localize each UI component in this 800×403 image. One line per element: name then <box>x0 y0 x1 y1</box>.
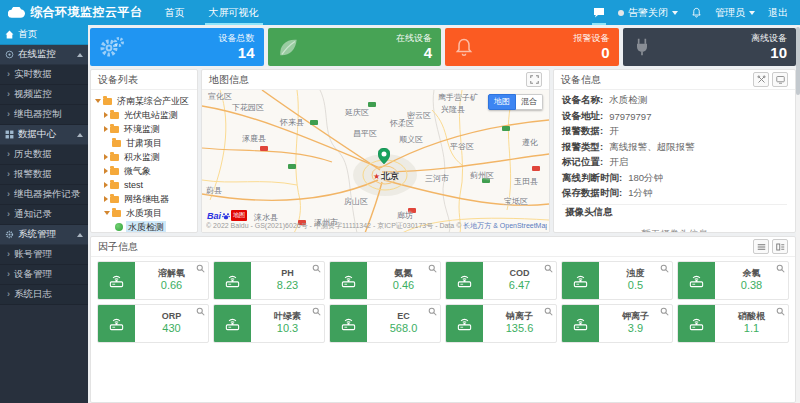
map-marker-pin[interactable] <box>378 148 390 168</box>
magnifier-icon[interactable] <box>196 307 205 316</box>
stat-card-alarm-devices[interactable]: 报警设备 0 <box>445 28 619 66</box>
magnifier-icon[interactable] <box>776 264 785 273</box>
factor-value: 1.1 <box>744 322 759 336</box>
factor-name: 溶解氧 <box>158 268 185 279</box>
user-menu-dropdown[interactable]: 管理员 <box>715 6 755 20</box>
map-header: 地图信息 <box>202 70 549 90</box>
magnifier-icon[interactable] <box>776 307 785 316</box>
sidebar-item-label: 通知记录 <box>14 208 52 221</box>
tree-expand-icon[interactable] <box>104 168 108 174</box>
factor-info-panel: 因子信息 溶解氧 0.66 <box>90 236 796 403</box>
map-canvas[interactable]: 宣化区 下花园区 怀来县 涿鹿县 蔚县 延庆区 昌平区 怀柔区 密云区 顺义区 … <box>202 90 549 232</box>
sidebar-item-notification-records[interactable]: 通知记录 <box>0 205 88 225</box>
magnifier-icon[interactable] <box>428 264 437 273</box>
gear-icon <box>5 230 14 239</box>
factor-card-sodium-ion[interactable]: 钠离子 135.6 <box>445 304 557 343</box>
page-scrollbar[interactable] <box>796 25 800 403</box>
tree-expand-icon[interactable] <box>104 126 108 132</box>
sidebar-item-label: 历史数据 <box>14 148 52 161</box>
factor-card-chlorophyll[interactable]: 叶绿素 10.3 <box>213 304 325 343</box>
message-icon[interactable] <box>593 0 605 25</box>
tree-node-micro-weather[interactable]: 微气象 <box>93 164 195 178</box>
factor-card-ec[interactable]: EC 568.0 <box>329 304 441 343</box>
camera-info-tab[interactable]: 摄像头信息 <box>562 204 787 221</box>
list-view-icon[interactable] <box>753 239 769 254</box>
factor-card-residual-chlorine[interactable]: 余氯 0.38 <box>677 261 789 300</box>
sidebar-item-device-management[interactable]: 设备管理 <box>0 265 88 285</box>
device-monitor-icon[interactable] <box>772 72 788 87</box>
stat-value: 4 <box>396 44 432 61</box>
factor-value: 135.6 <box>506 322 534 336</box>
tree-node-water-quality-project[interactable]: 水质项目 <box>93 206 195 220</box>
tree-node-label: 水质项目 <box>124 207 164 220</box>
tree-node-water-accumulation[interactable]: 积水监测 <box>93 150 195 164</box>
factor-name: 叶绿素 <box>274 311 301 322</box>
factor-card-potassium-ion[interactable]: 钾离子 3.9 <box>561 304 673 343</box>
tree-node-root[interactable]: 济南某综合产业区 <box>93 94 195 108</box>
sidebar-item-alarm-data[interactable]: 报警数据 <box>0 165 88 185</box>
device-config-icon[interactable] <box>753 72 769 87</box>
magnifier-icon[interactable] <box>428 307 437 316</box>
factor-card-turbidity[interactable]: 浊度 0.5 <box>561 261 673 300</box>
magnifier-icon[interactable] <box>544 307 553 316</box>
folder-icon <box>110 196 119 203</box>
magnifier-icon[interactable] <box>196 264 205 273</box>
magnifier-icon[interactable] <box>312 307 321 316</box>
stat-card-online-devices[interactable]: 在线设备 4 <box>268 28 442 66</box>
scrollbar-thumb[interactable] <box>796 27 800 95</box>
nav-tab-home[interactable]: 首页 <box>153 0 197 25</box>
sidebar-item-home[interactable]: 首页 <box>0 25 88 45</box>
sidebar-group-data-center[interactable]: 数据中心 <box>0 125 88 145</box>
tree-expand-icon[interactable] <box>104 112 108 118</box>
factor-card-orp[interactable]: ORP 430 <box>97 304 209 343</box>
factor-grid: 溶解氧 0.66 PH 8.23 氨氮 <box>91 257 795 347</box>
sidebar-item-relay-control[interactable]: 继电器控制 <box>0 105 88 125</box>
sidebar-group-online-monitoring[interactable]: 在线监控 <box>0 45 88 65</box>
tree-node-network-relay[interactable]: 网络继电器 <box>93 192 195 206</box>
sidebar-item-system-log[interactable]: 系统日志 <box>0 285 88 305</box>
map-label: 廊坊 <box>397 210 413 221</box>
factor-card-cod[interactable]: COD 6.47 <box>445 261 557 300</box>
magnifier-icon[interactable] <box>544 264 553 273</box>
factor-card-ammonia-nitrogen[interactable]: 氨氮 0.46 <box>329 261 441 300</box>
alarm-toggle-dropdown[interactable]: 告警关闭 <box>618 6 678 20</box>
tree-node-pv-monitoring[interactable]: 光伏电站监测 <box>93 108 195 122</box>
nav-tab-bigscreen[interactable]: 大屏可视化 <box>197 0 271 25</box>
fullscreen-icon[interactable] <box>526 72 542 87</box>
tree-expand-icon[interactable] <box>104 182 108 188</box>
magnifier-icon[interactable] <box>660 307 669 316</box>
magnifier-icon[interactable] <box>312 264 321 273</box>
map-city-label: 北京 <box>373 170 399 183</box>
sidebar-item-relay-operation-records[interactable]: 继电器操作记录 <box>0 185 88 205</box>
tree-expand-icon[interactable] <box>104 211 110 215</box>
map-type-hybrid-button[interactable]: 混合 <box>516 94 543 110</box>
folder-icon <box>112 210 121 217</box>
factor-value: 0.46 <box>393 279 414 293</box>
sidebar-item-account-management[interactable]: 账号管理 <box>0 245 88 265</box>
factor-card-nitrate[interactable]: 硝酸根 1.1 <box>677 304 789 343</box>
map-type-map-button[interactable]: 地图 <box>488 94 516 110</box>
logout-button[interactable]: 退出 <box>768 6 788 20</box>
sensor-icon <box>446 305 483 342</box>
tree-node-stest[interactable]: stest <box>93 178 195 192</box>
stat-card-total-devices[interactable]: 设备总数 14 <box>90 28 264 66</box>
sidebar-group-system-management[interactable]: 系统管理 <box>0 225 88 245</box>
tree-expand-icon[interactable] <box>95 99 101 103</box>
factor-card-dissolved-oxygen[interactable]: 溶解氧 0.66 <box>97 261 209 300</box>
notification-bell-icon[interactable] <box>691 0 702 25</box>
logout-label: 退出 <box>768 6 788 20</box>
tree-expand-icon[interactable] <box>104 154 108 160</box>
sidebar-item-history-data[interactable]: 历史数据 <box>0 145 88 165</box>
factor-card-ph[interactable]: PH 8.23 <box>213 261 325 300</box>
tree-node-water-quality-detect[interactable]: 水质检测 <box>93 220 195 232</box>
tree-node-gansu-project[interactable]: 甘肃项目 <box>93 136 195 150</box>
tree-expand-icon[interactable] <box>104 196 108 202</box>
tree-node-env-monitoring[interactable]: 环境监测 <box>93 122 195 136</box>
brand: 综合环境监控云平台 <box>0 4 153 21</box>
magnifier-icon[interactable] <box>660 264 669 273</box>
sidebar-item-realtime-data[interactable]: 实时数据 <box>0 65 88 85</box>
stat-card-offline-devices[interactable]: 离线设备 10 <box>623 28 797 66</box>
attribution-links[interactable]: 长地万方 & OpenStreetMap & HERE <box>463 222 547 229</box>
card-view-icon[interactable] <box>772 239 788 254</box>
sidebar-item-video-monitoring[interactable]: 视频监控 <box>0 85 88 105</box>
